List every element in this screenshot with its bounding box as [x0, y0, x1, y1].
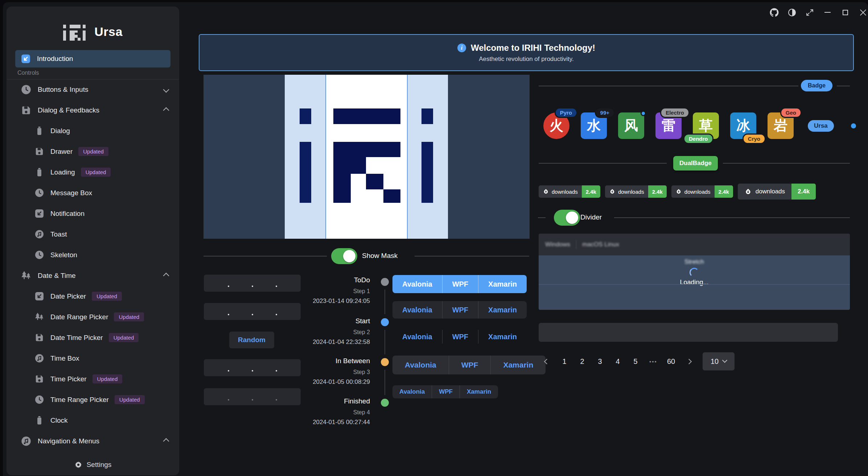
selection-option-wpf[interactable]: WPF [442, 330, 478, 344]
selection-option-wpf[interactable]: WPF [449, 356, 491, 374]
sidebar-item-dialog[interactable]: Dialog [7, 120, 179, 141]
divider-toggle[interactable] [554, 210, 580, 226]
clock-icon [34, 250, 45, 260]
sidebar-item-dialog-feedbacks[interactable]: Dialog & Feedbacks [7, 100, 179, 120]
sidebar-item-date-picker[interactable]: Date PickerUpdated [7, 286, 179, 307]
corner-badge: 99+ [595, 107, 615, 118]
selection-option-wpf[interactable]: WPF [442, 301, 478, 319]
downloads-label: downloads [539, 185, 582, 198]
corner-badge: Dendro [683, 134, 713, 144]
pagination-page-60[interactable]: 60 [664, 354, 678, 368]
app-name: Ursa [94, 25, 123, 39]
timeline-step: Step 4 [282, 409, 370, 416]
tab-windows[interactable]: Windows [545, 241, 570, 248]
selection-option-wpf[interactable]: WPF [442, 275, 478, 293]
note-icon [20, 435, 32, 447]
sidebar-item-navigation-menus[interactable]: Navigation & Menus [7, 431, 179, 451]
badge-tiles-row: 火Pyro水99+风雷Electro草Dendro冰Cryo岩GeoUrsa [543, 112, 856, 139]
badge-tile-dendro: 草Dendro [693, 112, 719, 139]
sidebar-item-introduction[interactable]: Introduction [15, 50, 170, 67]
sidebar-item-label: Loading [50, 168, 75, 176]
settings-label: Settings [87, 461, 112, 469]
close-icon[interactable] [858, 7, 868, 18]
element-tile: 风 [618, 112, 644, 139]
github-icon[interactable] [769, 7, 779, 18]
banner-title: Welcome to IRIHI Technology! [471, 43, 595, 53]
updated-badge: Updated [92, 292, 122, 301]
page-size-dropdown[interactable]: 10 [703, 352, 735, 370]
selection-option-wpf[interactable]: WPF [432, 385, 460, 398]
tab-macos-linux[interactable]: macOS Linux [582, 241, 619, 248]
empty-input-box[interactable] [539, 323, 838, 342]
random-button[interactable]: Random [229, 332, 274, 348]
loading-body: Stretch Loading... [539, 255, 850, 310]
sidebar-item-time-box[interactable]: Time Box [7, 348, 179, 369]
show-mask-toggle[interactable] [331, 248, 357, 264]
timeline-name: ToDo [282, 276, 370, 284]
selection-option-avalonia[interactable]: Avalonia [392, 385, 432, 398]
settings-button[interactable]: Settings [7, 454, 179, 475]
divider-line [837, 86, 850, 86]
badge-tile-cryo: 冰Cryo [730, 112, 756, 139]
downloads-label: downloads [671, 185, 715, 198]
sidebar-item-label: Navigation & Menus [38, 437, 99, 445]
ursa-badge-pill: Ursa [808, 120, 834, 132]
pagination-page-1[interactable]: 1 [558, 354, 571, 368]
pagination-page-5[interactable]: 5 [629, 354, 642, 368]
stretch-label: Stretch [539, 258, 850, 266]
selection-option-xamarin[interactable]: Xamarin [478, 330, 527, 344]
pagination-prev-button[interactable] [540, 354, 554, 368]
divider-line [538, 217, 546, 218]
selection-option-avalonia[interactable]: Avalonia [392, 301, 442, 319]
selection-option-avalonia[interactable]: Avalonia [392, 275, 442, 293]
sidebar-item-clock[interactable]: Clock [7, 410, 179, 431]
selection-option-xamarin[interactable]: Xamarin [490, 356, 546, 374]
show-mask-label: Show Mask [362, 252, 398, 260]
badge-tile-pyro: 火Pyro [543, 112, 569, 139]
sidebar-item-time-range-picker[interactable]: Time Range PickerUpdated [7, 389, 179, 410]
pagination-page-4[interactable]: 4 [611, 354, 625, 368]
sidebar-item-label: Message Box [50, 189, 92, 197]
chevron-down-icon [722, 358, 727, 363]
pagination-ellipsis[interactable]: ••• [646, 354, 660, 368]
corner-badge: Pyro [555, 107, 577, 118]
sidebar-item-drawer[interactable]: DrawerUpdated [7, 141, 179, 162]
sidebar-item-label: Time Box [50, 354, 79, 362]
sidebar-item-buttons-inputs[interactable]: Buttons & Inputs [7, 79, 179, 100]
clock-icon [34, 394, 45, 405]
selection-group-5: AvaloniaWPFXamarin [392, 385, 498, 398]
logo-block [421, 142, 433, 203]
sidebar-item-date-time[interactable]: Date & Time [7, 265, 179, 286]
selection-option-avalonia[interactable]: Avalonia [392, 356, 449, 374]
ursa-logo-icon [63, 22, 86, 41]
minimize-icon[interactable] [822, 7, 832, 18]
sidebar-item-loading[interactable]: LoadingUpdated [7, 162, 179, 182]
downloads-badge: downloads2.4k [539, 185, 600, 198]
timeline-time: 2024-01-04 22:32:58 [282, 338, 370, 346]
theme-toggle-icon[interactable] [787, 7, 797, 18]
sidebar-item-toast[interactable]: Toast [7, 224, 179, 245]
sidebar-item-date-time-picker[interactable]: Date Time PickerUpdated [7, 327, 179, 348]
fullscreen-icon[interactable] [805, 7, 815, 18]
selection-option-xamarin[interactable]: Xamarin [460, 385, 498, 398]
selection-option-avalonia[interactable]: Avalonia [392, 330, 442, 344]
pagination-page-3[interactable]: 3 [593, 354, 607, 368]
badge-divider-pill: Badge [801, 80, 832, 91]
sidebar-item-notification[interactable]: Notification [7, 203, 179, 224]
pagination-next-button[interactable] [682, 354, 696, 368]
selection-option-xamarin[interactable]: Xamarin [478, 301, 527, 319]
sidebar-item-label: Clock [50, 416, 68, 424]
floppy-icon [20, 104, 32, 116]
selection-option-xamarin[interactable]: Xamarin [478, 275, 527, 293]
sidebar-item-message-box[interactable]: Message Box [7, 182, 179, 203]
clock-icon [34, 188, 45, 198]
sidebar-item-date-range-picker[interactable]: Date Range PickerUpdated [7, 307, 179, 327]
sidebar-item-time-picker[interactable]: Time PickerUpdated [7, 369, 179, 389]
timeline-name: In Between [282, 357, 370, 365]
maximize-icon[interactable] [840, 7, 850, 18]
divider-line [614, 217, 850, 218]
downloads-count: 2.4k [582, 185, 600, 198]
floppy-icon [34, 374, 45, 384]
pagination-page-2[interactable]: 2 [575, 354, 589, 368]
sidebar-item-skeleton[interactable]: Skeleton [7, 245, 179, 265]
